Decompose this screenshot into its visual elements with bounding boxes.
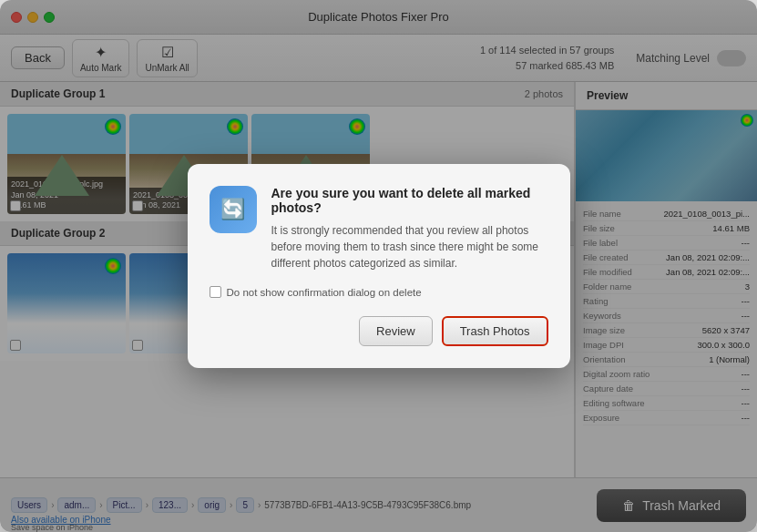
do-not-show-checkbox[interactable] bbox=[210, 286, 221, 298]
modal-body: It is strongly recommended that you revi… bbox=[271, 222, 548, 271]
confirmation-modal: Are you sure you want to delete all mark… bbox=[188, 164, 570, 368]
modal-icon-inner bbox=[210, 186, 257, 233]
modal-title: Are you sure you want to delete all mark… bbox=[271, 186, 548, 215]
review-button[interactable]: Review bbox=[359, 316, 433, 346]
modal-overlay: Are you sure you want to delete all mark… bbox=[0, 0, 757, 532]
checkbox-label: Do not show confirmation dialog on delet… bbox=[227, 287, 422, 298]
app-window: Duplicate Photos Fixer Pro Back ✦ Auto M… bbox=[0, 0, 757, 532]
trash-photos-button[interactable]: Trash Photos bbox=[442, 316, 548, 346]
modal-icon bbox=[210, 186, 257, 233]
modal-content: Are you sure you want to delete all mark… bbox=[271, 186, 548, 271]
modal-checkbox-row: Do not show confirmation dialog on delet… bbox=[210, 286, 548, 298]
modal-header: Are you sure you want to delete all mark… bbox=[210, 186, 548, 271]
modal-buttons: Review Trash Photos bbox=[210, 316, 548, 346]
